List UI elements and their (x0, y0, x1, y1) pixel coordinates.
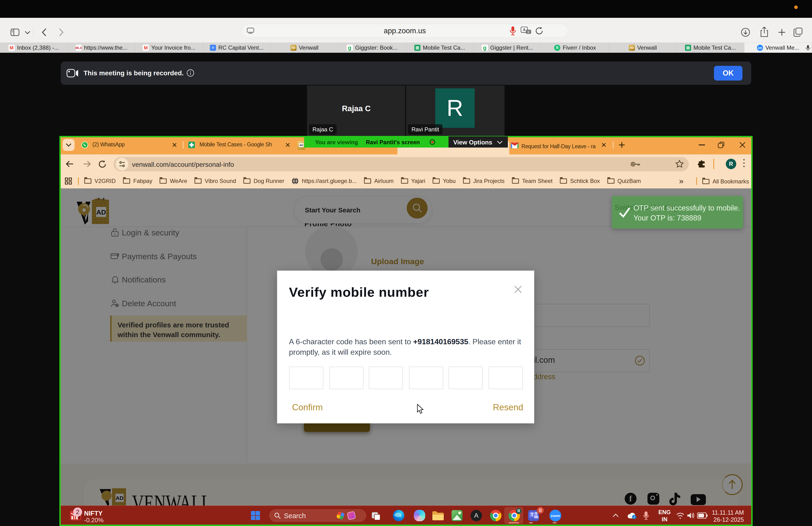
svg-text:i: i (634, 515, 635, 519)
svg-text:A: A (523, 28, 526, 32)
svg-text:文: 文 (527, 30, 530, 34)
